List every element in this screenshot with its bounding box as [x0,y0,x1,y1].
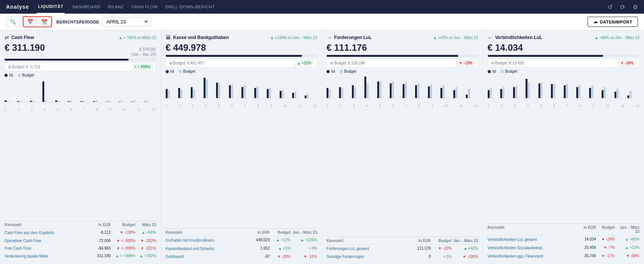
table-row: Veränderung liquide Mittel 311.190 ▲ > +… [5,252,156,260]
row-period: ▲ +782% [135,254,156,258]
kasse-chart: 123456789101112 [166,75,317,226]
forderungen-budget-label: ⊕ Budget: € 128.294 [330,61,365,65]
table-row: Verbindlichkeiten Sozialaufwend... 25.45… [488,244,640,252]
forderungen-budget-pct: ▼ -13% [456,60,474,66]
col-kennzahl: Kennzahl [5,223,92,227]
table-row: Sonstige Forderungen 0 + 0% ▼ -100% [327,253,478,260]
forderungen-legend-ist: Ist [331,69,335,73]
kasse-progress [166,55,317,57]
forderungen-icon: → [327,34,332,41]
cashflow-value: € 311.190 [5,42,45,53]
table-row: Verbindlichkeiten LuL gesamt 14.034 ▼ -2… [488,236,640,244]
table-row: Verbindlichkeiten ggü. Finanzamt 35.745 … [488,252,640,260]
verbindlichkeiten-legend-ist: Ist [492,69,496,73]
forderungen-title: Forderungen LuL [334,35,372,40]
table-row: Geldtransit -97 ▼ -20% ▼ -10% [166,253,317,260]
cashflow-change: ▲ + 782% zu März 23 [118,36,156,40]
table-row: Kassenbestand und Schecks 1.052 ▲ +1% + … [166,245,317,253]
verbindlichkeiten-chart: 123456789101112 [488,75,640,221]
nav-item-dashboard[interactable]: DASHBOARD [72,5,100,9]
row-period: ▼ -282% [135,239,156,243]
table-row: Guthaben bei Kreditinstituten 449.023 ▲ … [166,236,317,245]
nav-item-drilldown[interactable]: DRILL-DOWN-BERICHT [165,5,215,9]
import-button[interactable]: ☁ DATENIMPORT [588,17,638,27]
nav-item-liquiditat[interactable]: LIQUIDITÄT [37,0,65,14]
table-row: Forderungen LuL gesamt 111.176 ▼ -13% ▲ … [327,245,478,253]
kasse-legend-budget: Budget [183,69,195,73]
row-budget: ▲ > +999% [111,254,135,258]
nav-item-cashflow[interactable]: CASH FLOW [131,5,158,9]
kasse-budget-pct: ▲ +12% [294,60,314,66]
cashflow-progress [5,59,156,61]
card-kasse: 🏛 Kasse und Bankguthaben ▲ +224% zu Jan.… [161,31,322,264]
row-label[interactable]: Free Cash Flow [5,246,92,250]
verbindlichkeiten-value: € 14.034 [488,42,523,53]
verbindlichkeiten-budget-label: ⊕ Budget: € 18.493 [491,61,524,65]
kasse-title: Kasse und Bankguthaben [173,35,229,40]
row-period: ▼ -321% [135,246,156,250]
verbindlichkeiten-table: Kennzahl in EUR Budget Jan. - März 23 Ve… [488,223,640,260]
cashflow-icon: ⇄ [5,34,9,41]
nav-item-bilanz[interactable]: BILANZ [108,5,124,9]
row-budget: ▼ < -999% [111,239,135,243]
col-eur: in EUR [92,223,111,227]
search-button[interactable]: 🔍 [6,17,20,27]
cashflow-table: Kennzahl in EUR Budget März 23 Cash Flow… [5,221,156,260]
view-toggle-group: 📅 📆 [23,16,52,27]
cards-container: ⇄ Cash Flow ▲ + 782% zu März 23 € 311.19… [0,30,644,264]
cashflow-legend-budget: Budget [22,73,34,77]
col-period: März 23 [135,223,156,227]
cashflow-title: Cash Flow [11,35,34,40]
forderungen-chart: 123456789101112 [327,75,478,234]
row-val: -72.006 [92,239,111,243]
verbindlichkeiten-progress [488,55,640,57]
cashflow-legend-ist: Ist [9,73,13,77]
history-icon[interactable]: ↺ [608,3,613,11]
toolbar: 🔍 📅 📆 BERICHTSPERIODE APRIL 23 JANUAR 23… [0,14,644,30]
row-val: 311.190 [92,254,111,258]
row-val: -6.112 [92,230,111,234]
row-period: ▲ +56% [135,230,156,234]
card-forderungen: → Forderungen LuL ▲ +42% zu Jan. - März … [322,31,483,264]
import-label: DATENIMPORT [600,20,632,24]
card-cashflow: ⇄ Cash Flow ▲ + 782% zu März 23 € 311.19… [0,31,161,264]
table-row: Cash Flow aus dem Ergebnis -6.112 ▼ -138… [5,229,156,237]
cashflow-chart: 123456789101112 [5,79,156,218]
forderungen-change: ▲ +42% zu Jan. - März 23 [433,36,478,40]
kasse-legend-ist: Ist [170,69,174,73]
settings-icon[interactable]: ⚙ [633,3,638,11]
forderungen-table: Kennzahl in EUR Budget Jan. - März 23 Fo… [327,237,478,260]
period-label: BERICHTSPERIODE [56,20,99,24]
row-label[interactable]: Cash Flow aus dem Ergebnis [5,230,92,235]
verbindlichkeiten-legend-budget: Budget [505,69,517,73]
kasse-change: ▲ +224% zu Jan. - März 23 [270,36,317,40]
kasse-table: Kennzahl in EUR Budget Jan. - März 23 Gu… [166,228,317,260]
kasse-icon: 🏛 [166,34,171,41]
row-budget: ▼ -138% [111,230,135,234]
cashflow-budget-pct: > + 999% [132,64,153,70]
row-label[interactable]: Operativer Cash Flow [5,239,92,243]
cashflow-subvalue: € 378.092(Jan. - Apr. 23) [131,47,156,57]
verbindlichkeiten-budget-pct: ▼ -24% [618,60,636,66]
brand-label: Analyse [6,4,29,10]
refresh-icon[interactable]: ⟳ [620,3,625,11]
table-row: Operativer Cash Flow -72.006 ▼ < -999% ▼… [5,237,156,245]
cloud-icon: ☁ [593,19,598,24]
kasse-budget-label: ⊕ Budget: € 401.457 [169,61,204,65]
verbindlichkeiten-change: ▲ +60% zu Jan. - März 23 [594,36,639,40]
row-label[interactable]: Veränderung liquide Mittel [5,254,92,259]
forderungen-progress [327,55,478,57]
period-select[interactable]: APRIL 23 JANUAR 23 FEBRUAR 23 MÄRZ 23 MA… [102,17,151,27]
forderungen-value: € 111.176 [327,42,367,53]
calendar-view-button[interactable]: 📆 [37,17,51,27]
cashflow-budget-label: ⊕ Budget: € -5.713 [8,65,40,69]
month-view-button[interactable]: 📅 [23,17,37,27]
card-verbindlichkeiten: ← Verbindlichkeiten LuL ▲ +60% zu Jan. -… [483,31,644,264]
top-nav: Analyse LIQUIDITÄT DASHBOARD BILANZ CASH… [0,0,644,14]
verbindlichkeiten-title: Verbindlichkeiten LuL [495,35,543,40]
kasse-value: € 449.978 [166,42,206,53]
table-row: Free Cash Flow -84.965 ▼ < -999% ▼ -321% [5,245,156,252]
verbindlichkeiten-icon: ← [488,34,493,41]
forderungen-legend-budget: Budget [344,69,356,73]
row-budget: ▼ < -999% [111,246,135,250]
